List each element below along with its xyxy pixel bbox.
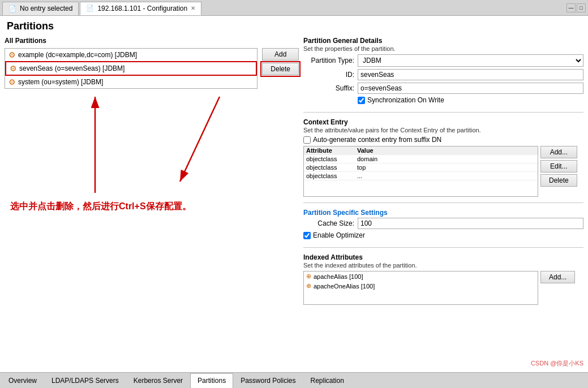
partition-icon-system: ⚙ — [8, 77, 16, 87]
bottom-tab-kerberos[interactable]: Kerberos Server — [126, 373, 190, 388]
sync-label: Synchronization On Write — [367, 96, 444, 104]
val-0: domain — [357, 156, 535, 162]
general-details-section: Partition General Details Set the proper… — [303, 37, 583, 106]
indexed-item-1[interactable]: ⊕ apacheOneAlias [100] — [304, 281, 538, 291]
sync-row: Synchronization On Write — [358, 96, 583, 104]
main-content: Partitions All Partitions ⚙ example (dc=… — [0, 16, 588, 372]
tab-no-entry[interactable]: 📄 No entry selected — [2, 2, 79, 15]
annotation-text: 选中并点击删除，然后进行Ctrl+S保存配置。 — [10, 201, 191, 213]
bottom-tab-replication[interactable]: Replication — [303, 373, 351, 388]
val-2: ... — [357, 173, 535, 179]
tab-icon-no-entry: 📄 — [8, 5, 16, 12]
context-table-row-0[interactable]: objectclass domain — [304, 155, 538, 163]
partition-id-label: ID: — [303, 71, 354, 79]
partitions-panel-title: All Partitions — [5, 37, 299, 45]
partition-buttons: Add Delete — [262, 48, 299, 89]
bottom-tab-overview[interactable]: Overview — [1, 373, 44, 388]
col-attribute-header: Attribute — [306, 147, 357, 154]
auto-generate-checkbox[interactable] — [303, 136, 311, 144]
val-1: top — [357, 164, 535, 171]
indexed-attributes-section: Indexed Attributes Set the indexed attri… — [303, 253, 583, 305]
context-table-buttons: Add... Edit... Delete — [540, 146, 577, 197]
indexed-item-0[interactable]: ⊕ apacheAlias [100] — [304, 271, 538, 281]
context-entry-title: Context Entry — [303, 118, 583, 126]
context-entry-section: Context Entry Set the attribute/value pa… — [303, 118, 583, 197]
general-details-title: Partition General Details — [303, 37, 583, 45]
partition-type-label: Partition Type: — [303, 57, 354, 64]
partition-specific-section: Partition Specific Settings Cache Size: … — [303, 209, 583, 242]
attr-0: objectclass — [306, 156, 357, 162]
col-value-header: Value — [357, 147, 535, 154]
bottom-tab-ldap[interactable]: LDAP/LDAPS Servers — [44, 373, 126, 388]
partition-item-system[interactable]: ⚙ system (ou=system) [JDBM] — [5, 76, 257, 88]
divider-3 — [303, 247, 583, 248]
tab-label-config: 192.168.1.101 - Configuration — [97, 5, 187, 12]
partition-suffix-input[interactable] — [358, 83, 583, 94]
indexed-icon-1: ⊕ — [306, 282, 311, 290]
optimizer-row: Enable Optimizer — [303, 231, 583, 239]
auto-generate-row: Auto-generate context entry from suffix … — [303, 136, 583, 144]
watermark: CSDN @你是小KS — [531, 359, 583, 368]
minimize-btn[interactable]: — — [566, 3, 576, 12]
general-details-desc: Set the properties of the partition. — [303, 45, 583, 52]
attr-2: objectclass — [306, 173, 357, 179]
right-panel: Partition General Details Set the proper… — [303, 37, 583, 370]
bottom-tabs: Overview LDAP/LDAPS Servers Kerberos Ser… — [0, 372, 588, 388]
context-table-header: Attribute Value — [304, 146, 538, 155]
partition-type-select[interactable]: JDBM In-Memory — [358, 54, 583, 67]
indexed-icon-0: ⊕ — [306, 273, 311, 280]
left-panel: All Partitions ⚙ example (dc=example,dc=… — [5, 37, 299, 370]
tab-config[interactable]: 📄 192.168.1.101 - Configuration ✕ — [80, 2, 201, 15]
context-add-btn[interactable]: Add... — [540, 146, 577, 158]
indexed-add-btn[interactable]: Add... — [540, 271, 575, 283]
tab-bar: 📄 No entry selected 📄 192.168.1.101 - Co… — [0, 0, 588, 16]
cache-size-row: Cache Size: — [303, 218, 583, 229]
partition-type-row: Partition Type: JDBM In-Memory — [303, 54, 583, 67]
context-table-area: Attribute Value objectclass domain objec… — [303, 146, 583, 197]
optimizer-label: Enable Optimizer — [313, 231, 365, 239]
cache-size-label: Cache Size: — [303, 219, 354, 227]
partition-item-example[interactable]: ⚙ example (dc=example,dc=com) [JDBM] — [5, 49, 257, 61]
partition-id-row: ID: — [303, 69, 583, 80]
context-edit-btn[interactable]: Edit... — [540, 160, 577, 173]
annotation-arrows — [5, 91, 287, 215]
partition-label-example: example (dc=example,dc=com) [JDBM] — [18, 51, 137, 59]
restore-btn[interactable]: □ — [577, 3, 586, 12]
partition-icon-sevenseas: ⚙ — [10, 64, 17, 73]
annotation-area: 选中并点击删除，然后进行Ctrl+S保存配置。 — [5, 91, 299, 215]
context-table-row-1[interactable]: objectclass top — [304, 163, 538, 172]
context-delete-btn[interactable]: Delete — [540, 174, 577, 187]
bottom-tab-password[interactable]: Password Policies — [233, 373, 303, 388]
delete-partition-btn[interactable]: Delete — [262, 63, 299, 75]
indexed-attributes-desc: Set the indexed attributes of the partit… — [303, 262, 583, 269]
partition-icon-example: ⚙ — [8, 50, 16, 59]
partition-id-input[interactable] — [358, 69, 583, 80]
partition-label-sevenseas: sevenSeas (o=sevenSeas) [JDBM] — [19, 64, 125, 72]
bottom-tab-partitions[interactable]: Partitions — [190, 373, 233, 388]
partition-label-system: system (ou=system) [JDBM] — [18, 78, 103, 86]
indexed-attributes-title: Indexed Attributes — [303, 253, 583, 261]
partition-suffix-label: Suffix: — [303, 84, 354, 92]
cache-size-input[interactable] — [358, 218, 583, 229]
context-table-row-2[interactable]: objectclass ... — [304, 172, 538, 180]
indexed-list: ⊕ apacheAlias [100] ⊕ apacheOneAlias [10… — [303, 271, 538, 305]
indexed-label-0: apacheAlias [100] — [314, 273, 363, 280]
context-entry-desc: Set the attribute/value pairs for the Co… — [303, 127, 583, 133]
attr-1: objectclass — [306, 164, 357, 171]
content-area: All Partitions ⚙ example (dc=example,dc=… — [0, 35, 588, 372]
auto-generate-label: Auto-generate context entry from suffix … — [313, 136, 441, 144]
indexed-add-btn-area: Add... — [540, 271, 575, 305]
partition-specific-title: Partition Specific Settings — [303, 209, 583, 217]
tab-close-config[interactable]: ✕ — [191, 5, 195, 11]
svg-line-2 — [180, 97, 220, 182]
window-controls: — □ — [566, 3, 586, 12]
sync-checkbox[interactable] — [358, 97, 365, 104]
tab-label-no-entry: No entry selected — [20, 5, 72, 12]
add-partition-btn[interactable]: Add — [262, 48, 299, 61]
optimizer-checkbox[interactable] — [303, 232, 311, 239]
indexed-label-1: apacheOneAlias [100] — [314, 283, 375, 290]
partition-item-sevenseas[interactable]: ⚙ sevenSeas (o=sevenSeas) [JDBM] — [5, 61, 257, 76]
indexed-list-area: ⊕ apacheAlias [100] ⊕ apacheOneAlias [10… — [303, 271, 583, 305]
divider-1 — [303, 112, 583, 113]
context-table: Attribute Value objectclass domain objec… — [303, 146, 538, 197]
